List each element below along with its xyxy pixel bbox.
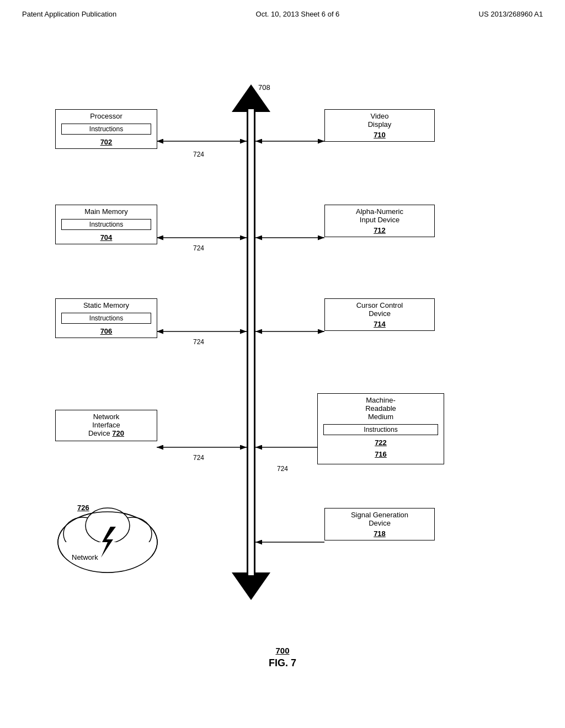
static-memory-instructions: Instructions bbox=[89, 314, 123, 322]
header-left: Patent Application Publication bbox=[22, 10, 116, 18]
figure-label-text: FIG. 7 bbox=[269, 657, 296, 669]
bus-label-2: 724 bbox=[193, 244, 204, 252]
network-interface-box: NetworkInterfaceDevice 720 bbox=[55, 410, 157, 441]
main-memory-number: 704 bbox=[56, 232, 157, 244]
machine-readable-outer-box: Machine-ReadableMedium Instructions 722 … bbox=[317, 393, 444, 464]
signal-generation-number: 718 bbox=[325, 528, 434, 540]
signal-generation-label: Signal GenerationDevice bbox=[325, 508, 434, 528]
processor-box: Processor Instructions 702 bbox=[55, 109, 157, 149]
alpha-numeric-label: Alpha-NumericInput Device bbox=[325, 205, 434, 225]
cursor-control-label: Cursor ControlDevice bbox=[325, 299, 434, 319]
machine-readable-number: 716 bbox=[318, 449, 444, 461]
machine-readable-inner-box: Instructions bbox=[323, 424, 438, 435]
diagram-area: 708 Processor Instructions 702 724 Main … bbox=[0, 24, 565, 686]
bus-label-4: 724 bbox=[193, 454, 204, 462]
processor-inner-box: Instructions bbox=[61, 124, 151, 135]
video-display-box: VideoDisplay 710 bbox=[324, 109, 435, 142]
main-memory-box: Main Memory Instructions 704 bbox=[55, 205, 157, 244]
page: Patent Application Publication Oct. 10, … bbox=[0, 0, 565, 728]
network-interface-label: NetworkInterfaceDevice 720 bbox=[56, 410, 157, 438]
main-memory-label: Main Memory bbox=[56, 205, 157, 217]
main-memory-inner-box: Instructions bbox=[61, 219, 151, 230]
network-cloud bbox=[52, 487, 163, 575]
main-memory-instructions: Instructions bbox=[89, 221, 123, 228]
machine-readable-instructions: Instructions bbox=[364, 426, 397, 433]
bus-top-label: 708 bbox=[258, 83, 270, 92]
header-middle: Oct. 10, 2013 Sheet 6 of 6 bbox=[256, 10, 340, 18]
bus-label-5: 724 bbox=[277, 465, 288, 473]
network-label: Network bbox=[72, 553, 98, 561]
signal-generation-box: Signal GenerationDevice 718 bbox=[324, 508, 435, 540]
cursor-control-number: 714 bbox=[325, 319, 434, 330]
static-memory-number: 706 bbox=[56, 326, 157, 338]
network-number: 726 bbox=[77, 504, 89, 512]
processor-instructions: Instructions bbox=[89, 125, 123, 133]
machine-readable-inner-number: 722 bbox=[318, 437, 444, 449]
alpha-numeric-box: Alpha-NumericInput Device 712 bbox=[324, 205, 435, 237]
alpha-numeric-number: 712 bbox=[325, 225, 434, 237]
video-display-label: VideoDisplay bbox=[325, 110, 434, 130]
figure-ref: 700 bbox=[269, 646, 296, 655]
machine-readable-label: Machine-ReadableMedium bbox=[318, 394, 444, 422]
bus-label-3: 724 bbox=[193, 338, 204, 346]
header: Patent Application Publication Oct. 10, … bbox=[0, 0, 565, 24]
cursor-control-box: Cursor ControlDevice 714 bbox=[324, 298, 435, 331]
static-memory-label: Static Memory bbox=[56, 299, 157, 311]
processor-number: 702 bbox=[56, 137, 157, 148]
processor-label: Processor bbox=[56, 110, 157, 121]
static-memory-inner-box: Instructions bbox=[61, 313, 151, 324]
header-right: US 2013/268960 A1 bbox=[479, 10, 543, 18]
static-memory-box: Static Memory Instructions 706 bbox=[55, 298, 157, 338]
video-display-number: 710 bbox=[325, 130, 434, 141]
svg-marker-6 bbox=[232, 572, 270, 600]
figure-area: 700 FIG. 7 bbox=[269, 646, 296, 669]
bus-label-1: 724 bbox=[193, 151, 204, 158]
